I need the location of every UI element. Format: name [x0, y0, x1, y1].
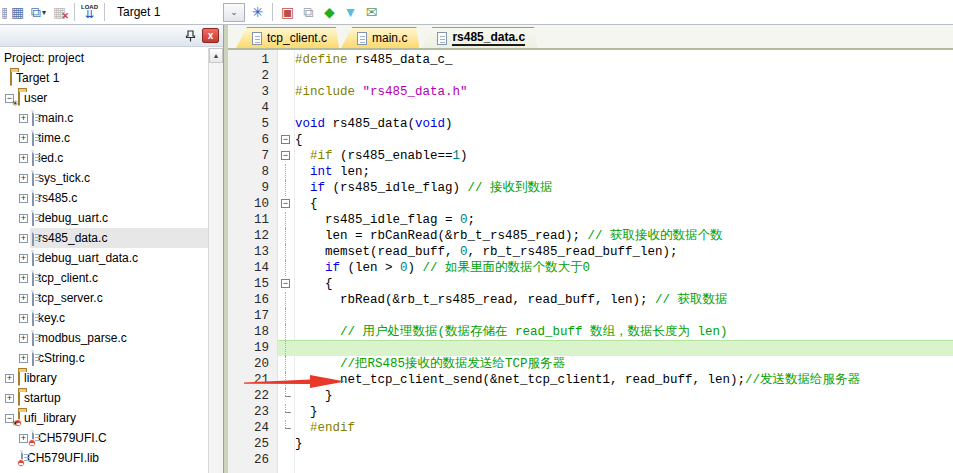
project-tree-scrollbar[interactable]: ▲ [208, 48, 223, 473]
tree-item-debug-uart-c[interactable]: +debug_uart.c [0, 208, 208, 228]
tree-item-label: sys_tick.c [38, 171, 90, 185]
fold-collapse-icon[interactable]: − [281, 279, 290, 288]
batch-build-icon[interactable]: ⧉▾ [28, 2, 49, 22]
fold-margin[interactable]: − [278, 196, 295, 212]
tree-item-body: cString.c [30, 348, 208, 368]
fold-collapse-icon[interactable]: − [281, 151, 290, 160]
expand-plus-icon[interactable]: + [5, 374, 14, 383]
chevron-down-icon[interactable]: ▾ [42, 8, 46, 17]
code-line-2[interactable]: 2 [228, 68, 953, 84]
books-envelope-icon[interactable]: ✉ [361, 2, 382, 22]
pin-icon[interactable] [183, 29, 197, 43]
tree-item-key-c[interactable]: +key.c [0, 308, 208, 328]
close-icon[interactable]: x [202, 28, 219, 43]
code-line-8[interactable]: 8 int len; [228, 164, 953, 180]
code-line-16[interactable]: 16 rbRead(&rb_t_rs485_read, read_buff, l… [228, 292, 953, 308]
expand-plus-icon[interactable]: + [19, 214, 28, 223]
tree-item-target-1[interactable]: Target 1 [0, 68, 208, 88]
tree-item-tcp-server-c[interactable]: +tcp_server.c [0, 288, 208, 308]
expand-plus-icon[interactable]: + [19, 114, 28, 123]
expand-plus-icon[interactable]: + [19, 274, 28, 283]
tree-item-modbus-parse-c[interactable]: +modbus_parse.c [0, 328, 208, 348]
toolbar-manage-group: ▣⧉◆▼✉ [277, 2, 382, 23]
window-stack-icon[interactable]: ⧉ [298, 2, 319, 22]
fold-collapse-icon[interactable]: − [281, 199, 290, 208]
tab-rs485-data-c[interactable]: rs485_data.c [421, 27, 537, 48]
code-line-22[interactable]: 22 } [228, 388, 953, 404]
code-line-6[interactable]: 6−{ [228, 132, 953, 148]
rebuild-all-icon[interactable]: ▦ [7, 2, 28, 22]
expand-plus-icon[interactable]: + [19, 334, 28, 343]
project-tree: Project: projectTarget 1−✳user+main.c+ti… [0, 48, 208, 473]
code-editor[interactable]: 1#define rs485_data_c_23#include "rs485_… [228, 50, 953, 473]
tree-item-tcp-client-c[interactable]: +tcp_client.c [0, 268, 208, 288]
tree-item-rs485-c[interactable]: +rs485.c [0, 188, 208, 208]
code-line-9[interactable]: 9 if (rs485_idle_flag) // 接收到数据 [228, 180, 953, 196]
tree-item-startup[interactable]: +startup [0, 388, 208, 408]
expand-plus-icon[interactable]: + [19, 354, 28, 363]
code-line-18[interactable]: 18 // 用户处理数据(数据存储在 read_buff 数组，数据长度为 le… [228, 324, 953, 340]
filter-funnel-icon[interactable]: ▼ [340, 2, 361, 22]
options-target-cube-icon[interactable]: ▣ [277, 2, 298, 22]
tree-item-rs485-data-c[interactable]: +rs485_data.c [0, 228, 208, 248]
code-line-body: − { [278, 276, 953, 292]
tab-tcp-client-c[interactable]: tcp_client.c [236, 27, 339, 48]
tree-item-ufi-library[interactable]: −✳ufi_library [0, 408, 208, 428]
code-line-23[interactable]: 23 } [228, 404, 953, 420]
fold-collapse-icon[interactable]: − [281, 135, 290, 144]
tree-item-time-c[interactable]: +time.c [0, 128, 208, 148]
stop-build-icon[interactable]: ▦✕ [49, 2, 70, 22]
code-line-20[interactable]: 20 //把RS485接收的数据发送给TCP服务器 [228, 356, 953, 372]
code-line-3[interactable]: 3#include "rs485_data.h" [228, 84, 953, 100]
code-line-13[interactable]: 13 memset(read_buff, 0, rb_t_rs485_read_… [228, 244, 953, 260]
expand-plus-icon[interactable]: + [19, 154, 28, 163]
code-line-25[interactable]: 25} [228, 436, 953, 452]
code-line-1[interactable]: 1#define rs485_data_c_ [228, 52, 953, 68]
code-line-14[interactable]: 14 if (len > 0) // 如果里面的数据个数大于0 [228, 260, 953, 276]
load-button[interactable]: LOAD ⇊ [79, 2, 100, 22]
code-line-12[interactable]: 12 len = rbCanRead(&rb_t_rs485_read); //… [228, 228, 953, 244]
fold-margin[interactable]: − [278, 148, 295, 164]
chevron-down-icon[interactable]: ⌄ [223, 3, 245, 22]
code-line-5[interactable]: 5void rs485_data(void) [228, 116, 953, 132]
tree-item-led-c[interactable]: +led.c [0, 148, 208, 168]
tree-item-project-project[interactable]: Project: project [0, 48, 208, 68]
code-line-17[interactable]: 17 [228, 308, 953, 324]
tree-item-sys-tick-c[interactable]: +sys_tick.c [0, 168, 208, 188]
code-line-19[interactable]: 19 [228, 340, 953, 356]
keil-uvision-window: ▦▦⧉▾▦✕ LOAD ⇊ Target 1 ⌄ ✳ ▣⧉◆▼✉ [0, 0, 953, 473]
fold-margin[interactable]: − [278, 276, 295, 292]
code-line-10[interactable]: 10− { [228, 196, 953, 212]
tab-main-c[interactable]: main.c [341, 27, 419, 48]
code-line-24[interactable]: 24 #endif [228, 420, 953, 436]
expand-plus-icon[interactable]: + [19, 174, 28, 183]
tree-item-ch579ufi-lib[interactable]: CH579UFI.lib [0, 448, 208, 468]
tree-item-partial[interactable]: + [0, 468, 208, 473]
expand-plus-icon[interactable]: + [19, 434, 28, 443]
expand-plus-icon[interactable]: + [5, 394, 14, 403]
expand-plus-icon[interactable]: + [19, 314, 28, 323]
code-line-15[interactable]: 15− { [228, 276, 953, 292]
expand-plus-icon[interactable]: + [19, 254, 28, 263]
code-line-4[interactable]: 4 [228, 100, 953, 116]
code-line-7[interactable]: 7− #if (rs485_enable==1) [228, 148, 953, 164]
expand-plus-icon[interactable]: + [19, 194, 28, 203]
expand-plus-icon[interactable]: + [19, 234, 28, 243]
manage-items-icon[interactable]: ◆ [319, 2, 340, 22]
scroll-up-arrow-icon[interactable]: ▲ [209, 48, 223, 63]
tree-item-library[interactable]: +library [0, 368, 208, 388]
file-icon [357, 32, 367, 45]
expand-plus-icon[interactable]: + [19, 134, 28, 143]
tree-item-cstring-c[interactable]: +cString.c [0, 348, 208, 368]
fold-margin[interactable]: − [278, 132, 295, 148]
code-line-11[interactable]: 11 rs485_idle_flag = 0; [228, 212, 953, 228]
code-text: } [295, 388, 333, 404]
code-line-26[interactable]: 26 [228, 452, 953, 468]
tree-item-debug-uart-data-c[interactable]: +debug_uart_data.c [0, 248, 208, 268]
expand-plus-icon[interactable]: + [19, 294, 28, 303]
options-wand-icon[interactable]: ✳ [247, 2, 268, 22]
tree-item-user[interactable]: −✳user [0, 88, 208, 108]
target-select[interactable]: Target 1 ⌄ [111, 2, 245, 22]
tree-item-ch579ufi-c[interactable]: +CH579UFI.C [0, 428, 208, 448]
tree-item-main-c[interactable]: +main.c [0, 108, 208, 128]
